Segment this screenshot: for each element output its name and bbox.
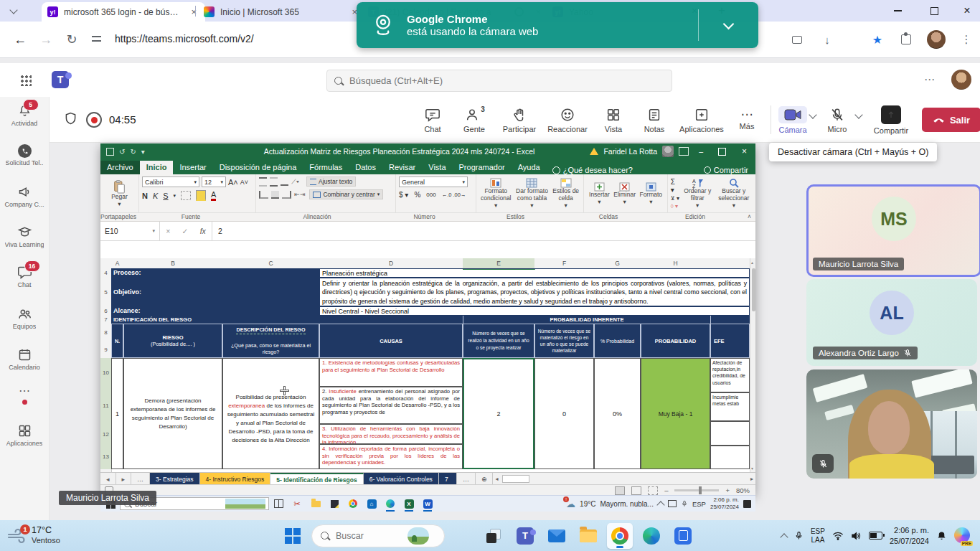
find-select-button[interactable]: Buscar y seleccionar▾ [715, 178, 753, 209]
chevron-down-icon[interactable] [723, 18, 735, 29]
zoom-level[interactable]: 80% [736, 486, 750, 494]
task-view-button[interactable] [481, 523, 507, 549]
sidebar-item-solicitud[interactable]: Solicitud Tel.. [0, 144, 49, 166]
horizontal-scrollbar[interactable]: ◂ ▸ [492, 473, 755, 485]
mic-tray-icon[interactable] [794, 530, 804, 541]
word-taskbar-icon[interactable]: W [418, 496, 437, 512]
align-right-icon[interactable] [282, 191, 291, 199]
cell-probabilidad[interactable]: Muy Baja - 1 [641, 358, 710, 469]
cell-causa-2[interactable]: 2. Insuficiente entrenamiento del person… [319, 387, 463, 424]
copilot-icon[interactable]: PRE [954, 527, 970, 545]
objetivo-label-cell[interactable]: Objetivo: [111, 278, 319, 306]
chat-button[interactable]: Chat [413, 100, 452, 140]
notification-center-icon[interactable] [743, 500, 751, 508]
sidebar-item-more[interactable]: ⋯ [0, 384, 49, 405]
mic-tray-icon[interactable] [681, 499, 688, 508]
participant-tile-alexandra[interactable]: AL Alexandra Ortiz Largo [806, 279, 977, 366]
tab-formulas[interactable]: Fórmulas [303, 161, 349, 174]
browser-tab-1[interactable]: y! microsoft 365 login - de búsque × [42, 2, 205, 22]
cast-icon[interactable] [786, 29, 808, 50]
leave-button[interactable]: Salir [922, 108, 980, 132]
percent-icon[interactable]: % [414, 191, 420, 199]
excel-account-name[interactable]: Faridel La Rotta [603, 147, 657, 156]
undo-icon[interactable]: ↺ [119, 148, 125, 156]
row-8[interactable]: 8 [100, 324, 112, 342]
paste-button[interactable]: Pegar▾ [111, 180, 128, 208]
sidebar-item-equipos[interactable]: Equipos [0, 306, 49, 330]
volume-icon[interactable] [851, 531, 862, 541]
format-cells-button[interactable]: Formato▾ [639, 182, 662, 206]
snip-icon[interactable]: ✂ [288, 496, 306, 512]
raise-hand-button[interactable]: Participar [496, 100, 542, 140]
cell-riesgo[interactable]: Demora (presentación extemporanea de los… [123, 358, 222, 469]
sheet-nav-left-icon[interactable]: ◂ [100, 473, 116, 485]
reload-icon[interactable]: ↻ [60, 28, 83, 51]
wrap-text-button[interactable]: Ajustar texto [306, 176, 356, 187]
cell-efecto-2[interactable]: Incumplimie metas estab [710, 392, 750, 421]
cell-causa-4[interactable]: 4. Información reportada de forma parcia… [319, 444, 463, 469]
people-button[interactable]: 3 Gente [453, 100, 495, 140]
row-10[interactable]: 10 [100, 358, 112, 387]
account-avatar[interactable] [662, 146, 674, 157]
indent-icons[interactable]: ⇤⇥ [294, 191, 305, 198]
notification-bell-icon[interactable] [936, 530, 947, 542]
vertical-scrollbar[interactable]: ▴ ▾ [750, 258, 755, 472]
hdr-riesgo[interactable]: RIESGO (Posibilidad de.... ) [123, 324, 222, 358]
sticky-notes-icon[interactable] [325, 496, 344, 512]
bold-button[interactable]: N [142, 192, 148, 200]
font-name-select[interactable]: Calibri▾ [142, 176, 199, 187]
taskbar-search-input[interactable] [334, 530, 402, 542]
page-layout-icon[interactable] [631, 486, 641, 495]
align-bottom-icon[interactable] [281, 178, 288, 186]
workfolders-taskbar-icon[interactable] [670, 523, 696, 549]
cell-veces-materializo[interactable]: 0 [534, 358, 594, 469]
sheet-overflow-icon[interactable]: … [131, 473, 150, 485]
view-button[interactable]: Vista [593, 100, 634, 140]
alcance-value-cell[interactable]: Nivel Central - Nivel Seccional [319, 306, 750, 316]
col-D[interactable]: D [319, 258, 463, 269]
cell-causa-1[interactable]: 1. Existencia de metodologías confusas y… [319, 358, 463, 387]
hdr-efectos[interactable]: EFE [710, 324, 750, 358]
react-button[interactable]: Reaccionar [544, 100, 591, 140]
merge-center-button[interactable]: Combinar y centrar ▾ [309, 189, 383, 199]
sheet-overflow2-icon[interactable]: … [457, 473, 476, 485]
ribbon-options-icon[interactable] [679, 147, 689, 156]
normal-view-icon[interactable] [615, 486, 625, 495]
fx-icon[interactable]: fx [200, 227, 206, 235]
tab-datos[interactable]: Datos [349, 161, 382, 174]
cell-efecto-1[interactable]: Afectación de reputacion,in credibilidad… [710, 358, 750, 392]
format-as-table-button[interactable]: Dar formato como tabla▾ [513, 178, 550, 209]
sidebar-item-company[interactable]: Company C... [0, 184, 49, 208]
cell-descripcion[interactable]: Posibilidad de presentación extemporanea… [222, 358, 319, 469]
camera-button[interactable]: Cámara [778, 100, 807, 140]
col-I[interactable] [710, 258, 750, 269]
forward-icon[interactable]: → [34, 28, 57, 51]
currency-icon[interactable]: $ ▾ [399, 191, 408, 199]
tab-programador[interactable]: Programador [453, 161, 512, 174]
camera-notification[interactable]: Google Chrome está usando la cámara web [357, 2, 758, 48]
battery-icon[interactable] [869, 532, 882, 540]
camera-chevron-icon[interactable] [809, 110, 816, 118]
formula-input[interactable]: 2 [212, 222, 222, 240]
weather-cloud-icon[interactable]: ☁ ! [566, 499, 575, 509]
align-middle-icon[interactable] [270, 177, 278, 187]
teams-more-icon[interactable]: ⋯ [924, 73, 935, 86]
inner-lang[interactable]: ESP [692, 500, 706, 508]
participant-tile-mauricio[interactable]: MS Mauricio Larrota Silva [806, 184, 980, 277]
tell-me-box[interactable]: ¿Qué desea hacer? [547, 166, 639, 174]
row-13[interactable]: 13 [100, 444, 112, 470]
conditional-format-button[interactable]: Formato condicional▾ [479, 178, 512, 209]
notes-button[interactable]: Notas [636, 100, 673, 140]
hdr-veces-materializo[interactable]: Número de veces que se materializó el ri… [534, 324, 594, 358]
cell-pct[interactable]: 0% [594, 358, 641, 469]
excel-taskbar-icon[interactable]: X [400, 496, 418, 512]
grow-font-icon[interactable]: A˄ [228, 178, 238, 187]
tray-chevron-icon[interactable] [780, 533, 788, 541]
col-H[interactable]: H [641, 258, 711, 269]
row-5[interactable]: 5 [100, 278, 112, 307]
underline-menu-icon[interactable]: ▾ [174, 193, 176, 199]
teams-avatar[interactable] [951, 70, 971, 90]
cell-veces-realizo-selected[interactable]: 2 [463, 358, 534, 469]
tab-revisar[interactable]: Revisar [382, 161, 422, 174]
select-all-corner[interactable] [100, 258, 112, 269]
